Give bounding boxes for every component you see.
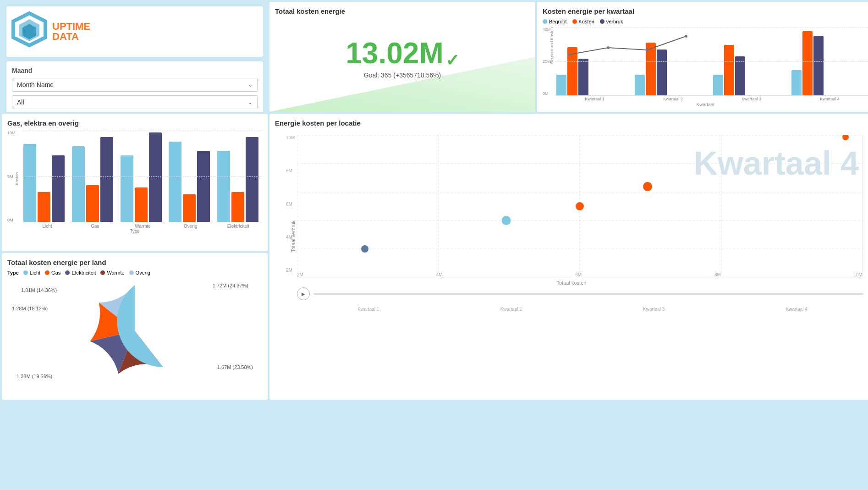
logo-filter-panel: UPTIME DATA Maand Month Name ⌄ All ⌄ <box>2 2 268 112</box>
totaal-kosten-panel: Totaal kosten energie 13.02M ✓ Goal: 365… <box>269 2 535 112</box>
k1-dark-bar <box>578 59 588 95</box>
locatie-title: Energie kosten per locatie <box>275 119 868 127</box>
kwartaal-panel: Kosten energie per kwartaal Begroot Kost… <box>537 2 868 112</box>
overig-orange-bar <box>183 194 196 222</box>
legend-warmte: Warmte <box>100 270 124 275</box>
svg-point-22 <box>842 135 849 140</box>
k4-orange-bar <box>802 31 813 95</box>
legend-verbruk: verbruk <box>600 19 623 24</box>
gas-dot <box>45 270 49 275</box>
licht-orange-bar <box>38 192 50 222</box>
elek-dark-bar <box>246 137 258 222</box>
checkmark-icon: ✓ <box>445 51 459 70</box>
legend-licht: Licht <box>23 270 40 275</box>
logo-icon <box>11 11 48 52</box>
legend-gas: Gas <box>45 270 60 275</box>
legend-begroot: Begroot <box>543 19 567 24</box>
k3-dark-bar <box>735 56 745 95</box>
timeline-k2: Kwartaal 2 <box>500 307 522 312</box>
filter-panel: Maand Month Name ⌄ All ⌄ <box>6 61 263 112</box>
elek-orange-bar <box>231 192 244 222</box>
k3-label: Kwartaal 3 <box>713 97 790 101</box>
totaal-kosten-title: Totaal kosten energie <box>275 7 530 15</box>
kwartaal-x-axis-title: Kwartaal <box>543 102 868 107</box>
elek-light-bar <box>217 151 230 222</box>
timeline-k4: Kwartaal 4 <box>786 307 808 312</box>
gas-elektra-panel: Gas, elektra en overig 10M 5M 0M <box>2 114 268 251</box>
pie-label-gas: 1.67M (23.58%) <box>217 364 253 370</box>
warmte-light-bar <box>121 155 133 222</box>
timeline-k1: Kwartaal 1 <box>357 307 379 312</box>
warmte-dark-bar <box>149 132 162 222</box>
overig-bars <box>169 142 214 222</box>
legend-overig: Overig <box>129 270 150 275</box>
k2-label: Kwartaal 2 <box>635 97 711 101</box>
begroot-dot <box>543 19 547 24</box>
k2-light-bar <box>635 75 645 95</box>
elek-dot <box>65 270 70 275</box>
gas-y-axis-title: Kosten <box>15 172 19 185</box>
pie-label-elek: 1.38M (19.56%) <box>16 374 52 379</box>
chevron-down-icon-2: ⌄ <box>248 99 253 105</box>
kwartaal-legend: Begroot Kosten verbruk <box>543 19 868 24</box>
kwartaal-title: Kosten energie per kwartaal <box>543 7 868 15</box>
overig-light-bar <box>169 142 181 222</box>
licht-dark-bar <box>52 155 65 222</box>
svg-point-21 <box>643 182 652 191</box>
svg-point-20 <box>576 202 584 210</box>
k4-label: Kwartaal 4 <box>791 97 868 101</box>
overig-dot <box>129 270 134 275</box>
kwartaal3-bars <box>713 45 790 95</box>
play-button[interactable]: ▶ <box>297 287 310 300</box>
warmte-orange-bar <box>135 187 148 222</box>
land-title: Totaal kosten energie per land <box>7 259 262 266</box>
gas-dark-bar <box>100 137 113 222</box>
k4-light-bar <box>791 70 802 95</box>
overig-dark-bar <box>197 151 210 222</box>
scatter-svg <box>297 135 863 277</box>
licht-dot <box>23 270 28 275</box>
svg-point-18 <box>361 245 368 253</box>
locatie-panel: Energie kosten per locatie Kwartaal 4 To… <box>269 114 868 400</box>
k1-orange-bar <box>567 47 577 95</box>
maand-dropdown[interactable]: Month Name ⌄ <box>12 78 258 92</box>
warmte-bars <box>121 132 165 222</box>
kwartaal1-bars <box>556 47 633 95</box>
gas-light-bar <box>72 146 85 222</box>
verbruk-dot <box>600 19 604 24</box>
gas-title: Gas, elektra en overig <box>7 119 262 127</box>
k2-orange-bar <box>646 43 656 95</box>
gas-bars <box>72 137 117 222</box>
all-dropdown[interactable]: All ⌄ <box>12 95 258 109</box>
k2-dark-bar <box>657 50 667 95</box>
goal-text: Goal: 365 (+3565718.56%) <box>275 72 530 79</box>
play-track[interactable] <box>313 293 863 295</box>
k1-light-bar <box>556 75 566 95</box>
land-legend: Type Licht Gas Elektriciteit Warmte Over… <box>7 270 262 275</box>
warmte-dot <box>100 270 105 275</box>
pie-label-warmte: 1.28M (18.12%) <box>12 306 48 311</box>
pie-label-licht: 1.01M (14.36%) <box>21 287 57 293</box>
locatie-x-title: Totaal kosten <box>275 280 868 286</box>
gas-x-axis-title: Type <box>7 229 262 234</box>
timeline-k3: Kwartaal 3 <box>643 307 665 312</box>
elek-bars <box>217 137 262 222</box>
k3-light-bar <box>713 75 723 95</box>
licht-light-bar <box>23 144 36 222</box>
logo-area: UPTIME DATA <box>6 6 263 57</box>
pie-label-overig: 1.72M (24.37%) <box>213 283 248 288</box>
totaal-value: 13.02M <box>346 37 443 69</box>
legend-elek: Elektriciteit <box>65 270 96 275</box>
land-panel: Totaal kosten energie per land Type Lich… <box>2 253 268 400</box>
filter-title: Maand <box>12 67 258 74</box>
svg-point-19 <box>502 216 511 225</box>
licht-bars <box>23 144 68 222</box>
k1-label: Kwartaal 1 <box>556 97 633 101</box>
kwartaal4-bars <box>791 31 868 95</box>
k3-orange-bar <box>724 45 734 95</box>
kosten-dot <box>572 19 577 24</box>
play-bar: ▶ <box>297 287 863 300</box>
legend-kosten: Kosten <box>572 19 594 24</box>
logo-text: UPTIME DATA <box>52 22 90 42</box>
kwartaal2-bars <box>635 43 711 95</box>
